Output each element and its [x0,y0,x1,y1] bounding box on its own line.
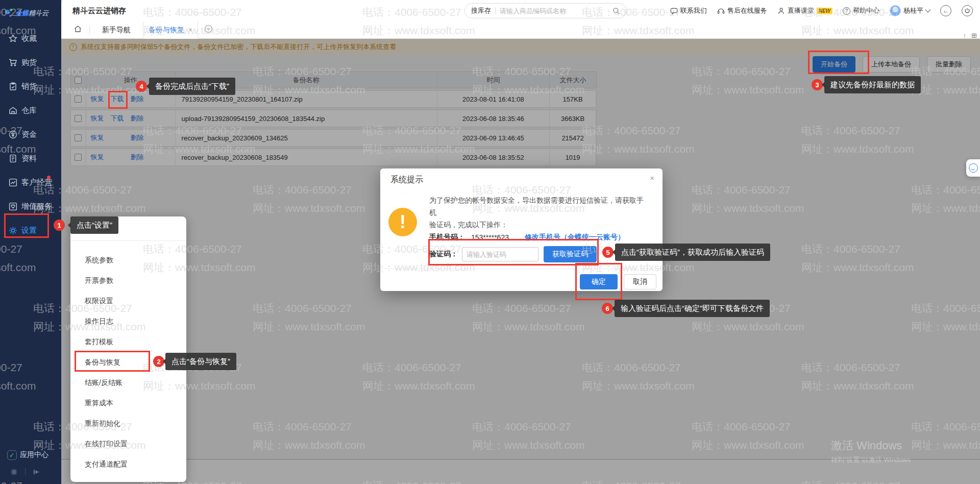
contact-us-label: 联系我们 [680,6,707,15]
sidebar-menu: 收藏 购货 销货 仓库 资金 资料 [0,27,61,243]
close-icon[interactable]: × [650,174,654,182]
sidebar-tools [0,464,61,480]
modal-footer: 确定 取消 [380,269,663,289]
service-face-icon [969,163,978,173]
scroll-top-icon[interactable]: ↑ [963,32,967,39]
sidebar-item-label: 资料 [21,154,37,163]
warning-icon: ! [388,208,417,236]
tab-close-icon[interactable]: × [188,26,192,34]
modal-description: 为了保护您的帐号数据安全，导出数据需要进行短信验证，请获取手机 验证码，完成以下… [429,195,650,231]
window-title: 精斗云云进销存 [72,6,126,16]
sidebar-item-purchase[interactable]: 购货 [0,51,61,75]
sidebar-item-sales[interactable]: 销货 [0,75,61,99]
live-classroom-link[interactable]: 直播课堂 NEW [777,6,832,15]
step-badge-1: 1 [54,220,65,231]
submenu-item-online-print[interactable]: 在线打印设置 [70,434,186,454]
user-menu[interactable]: 杨桂平 [890,5,930,16]
step-tooltip-3: 建议先备份好最新的数据 [824,76,921,93]
sidebar-item-warehouse[interactable]: 仓库 [0,99,61,123]
sidebar-item-value-added[interactable]: 增值服务 [0,195,61,219]
submenu-item-recalc-cost[interactable]: 重算成本 [70,393,186,414]
system-prompt-modal: 系统提示 × ! 为了保护您的帐号数据安全，导出数据需要进行短信验证，请获取手机… [380,168,663,291]
tab-list-dropdown[interactable] [204,25,213,35]
live-classroom-label: 直播课堂 [788,6,814,15]
app-center-check-icon: ✓ [7,450,17,460]
ok-button[interactable]: 确定 [580,274,618,289]
document-icon [9,154,17,163]
change-phone-link[interactable]: 修改手机号（金蝶统一云账号） [525,233,625,242]
notification-dot [47,176,51,179]
search-box[interactable]: 搜库存 [464,3,627,18]
logout-button[interactable] [962,5,973,16]
sidebar-item-label: 收藏 [21,34,37,43]
topbar-links: 联系我们 售后在线服务 直播课堂 NEW ? 帮助中心 杨桂平 ← [670,5,973,16]
sidebar-item-label: 客户经营 [21,178,52,187]
step-tooltip-6: 输入验证码后点击“确定”即可下载备份文件 [615,300,770,317]
get-code-button[interactable]: 获取验证码 [544,246,597,262]
home-tab-button[interactable] [74,25,82,35]
yen-circle-icon [9,130,17,139]
clipboard-check-icon [9,82,17,91]
sidebar-item-customer-ops[interactable]: 客户经营 [0,171,61,195]
chevron-circle-icon [204,25,213,33]
person-icon [777,7,785,15]
sidebar-item-data[interactable]: 资料 [0,147,61,171]
chart-icon [9,178,17,187]
sidebar-item-label: 仓库 [21,106,37,115]
chevron-down-icon [925,7,930,12]
star-icon [9,34,17,43]
headset-icon [717,7,725,15]
home-icon [74,25,82,33]
collapse-sidebar-icon[interactable] [33,468,40,476]
power-icon [964,8,970,14]
search-icon[interactable] [612,7,620,15]
brand-text-2: 精斗云 [29,9,48,17]
tab-backup-restore[interactable]: 备份与恢复 × [143,21,198,39]
sidebar-bottom: ✓ 应用中心 [0,446,61,480]
sidebar-item-label: 购货 [21,58,37,67]
search-scope-label[interactable]: 搜库存 [471,6,491,15]
help-center-link[interactable]: ? 帮助中心 [843,6,879,15]
tabbar: 新手导航 备份与恢复 × [61,21,980,39]
divider [495,7,496,14]
sidebar-item-favorites[interactable]: 收藏 [0,27,61,51]
step-tooltip-5: 点击“获取验证码”，获取成功后输入验证码 [615,244,770,261]
cart-icon [9,58,17,67]
step-tooltip-4: 备份完成后点击“下载” [149,78,235,95]
submenu-item-closing[interactable]: 结账/反结账 [70,373,186,393]
submenu-item-payment-channel[interactable]: 支付通道配置 [70,454,186,475]
back-button[interactable]: ← [940,5,951,16]
step-tooltip-1: 点击“设置” [70,216,118,234]
sidebar-item-funds[interactable]: 资金 [0,123,61,147]
search-input[interactable] [500,7,612,15]
phone-number: 153*****623 [471,233,509,241]
brand-mark-icon [5,9,13,18]
modal-title: 系统提示 [380,168,663,191]
app-center-button[interactable]: ✓ 应用中心 [0,446,61,464]
sidebar-item-label: 资金 [21,130,37,139]
after-sales-service-link[interactable]: 售后在线服务 [717,6,767,15]
submenu-item-permissions[interactable]: 权限设置 [70,291,186,311]
submenu-item-operation-log[interactable]: 操作日志 [70,311,186,332]
theme-gear-icon[interactable] [10,468,18,476]
verification-code-input[interactable] [462,247,538,261]
tab-guide[interactable]: 新手导航 [97,21,136,39]
sidebar-item-settings[interactable]: 设置 [0,219,61,243]
sidebar: 金蝶精斗云 收藏 购货 销货 仓库 资金 [0,0,61,484]
brand-logo: 金蝶精斗云 [0,0,61,20]
submenu-item-system-params[interactable]: 系统参数 [70,250,186,271]
desc-line1: 为了保护您的帐号数据安全，导出数据需要进行短信验证，请获取手机 [429,196,644,216]
cancel-button[interactable]: 取消 [624,274,656,289]
tab-guide-label: 新手导航 [102,26,131,35]
layout-grid-icon[interactable]: ⊞ [971,32,977,39]
submenu-item-reinitialize[interactable]: 重新初始化 [70,414,186,434]
sidebar-item-label: 增值服务 [21,202,52,211]
service-float-button[interactable] [966,159,980,177]
contact-us-link[interactable]: 联系我们 [670,6,707,15]
step-tooltip-2: 点击“备份与恢复” [165,353,236,370]
code-label: 验证码： [429,250,462,259]
heart-box-icon [9,202,17,211]
submenu-item-invoice-params[interactable]: 开票参数 [70,271,186,291]
divider [25,468,26,475]
submenu-item-print-template[interactable]: 套打模板 [70,332,186,352]
